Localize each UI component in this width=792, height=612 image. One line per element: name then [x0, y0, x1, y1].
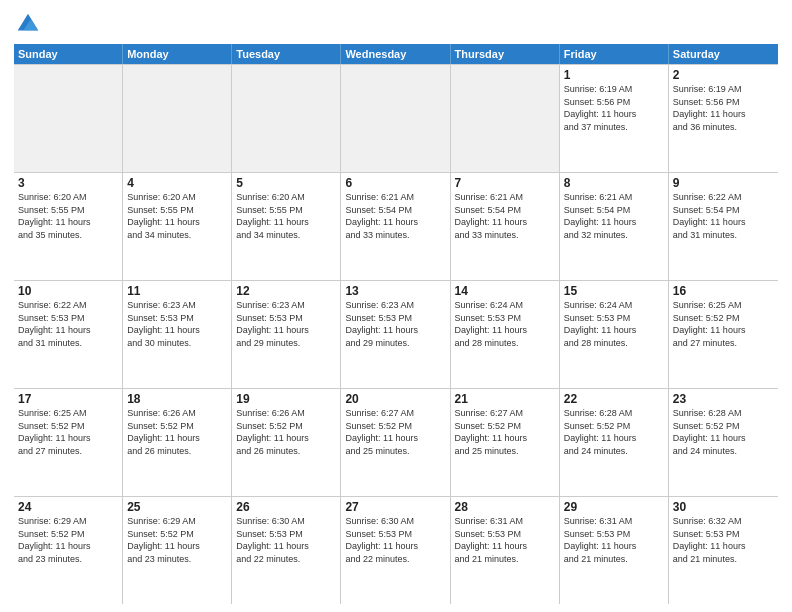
- day-info: Sunrise: 6:19 AMSunset: 5:56 PMDaylight:…: [673, 83, 774, 133]
- page: SundayMondayTuesdayWednesdayThursdayFrid…: [0, 0, 792, 612]
- header-day-sunday: Sunday: [14, 44, 123, 64]
- day-info: Sunrise: 6:20 AMSunset: 5:55 PMDaylight:…: [127, 191, 227, 241]
- day-info: Sunrise: 6:22 AMSunset: 5:54 PMDaylight:…: [673, 191, 774, 241]
- day-number: 12: [236, 284, 336, 298]
- day-number: 22: [564, 392, 664, 406]
- cal-cell-29: 29Sunrise: 6:31 AMSunset: 5:53 PMDayligh…: [560, 497, 669, 604]
- header: [14, 10, 778, 38]
- day-info: Sunrise: 6:26 AMSunset: 5:52 PMDaylight:…: [236, 407, 336, 457]
- cal-cell-6: 6Sunrise: 6:21 AMSunset: 5:54 PMDaylight…: [341, 173, 450, 280]
- day-info: Sunrise: 6:28 AMSunset: 5:52 PMDaylight:…: [564, 407, 664, 457]
- cal-cell-empty-0-1: [123, 65, 232, 172]
- cal-cell-empty-0-2: [232, 65, 341, 172]
- cal-cell-4: 4Sunrise: 6:20 AMSunset: 5:55 PMDaylight…: [123, 173, 232, 280]
- cal-cell-23: 23Sunrise: 6:28 AMSunset: 5:52 PMDayligh…: [669, 389, 778, 496]
- cal-cell-20: 20Sunrise: 6:27 AMSunset: 5:52 PMDayligh…: [341, 389, 450, 496]
- day-number: 13: [345, 284, 445, 298]
- cal-cell-10: 10Sunrise: 6:22 AMSunset: 5:53 PMDayligh…: [14, 281, 123, 388]
- header-day-thursday: Thursday: [451, 44, 560, 64]
- cal-cell-21: 21Sunrise: 6:27 AMSunset: 5:52 PMDayligh…: [451, 389, 560, 496]
- day-info: Sunrise: 6:30 AMSunset: 5:53 PMDaylight:…: [236, 515, 336, 565]
- day-number: 15: [564, 284, 664, 298]
- cal-cell-empty-0-3: [341, 65, 450, 172]
- day-number: 8: [564, 176, 664, 190]
- calendar-header: SundayMondayTuesdayWednesdayThursdayFrid…: [14, 44, 778, 64]
- day-number: 4: [127, 176, 227, 190]
- day-number: 5: [236, 176, 336, 190]
- calendar-row-0: 1Sunrise: 6:19 AMSunset: 5:56 PMDaylight…: [14, 64, 778, 172]
- cal-cell-9: 9Sunrise: 6:22 AMSunset: 5:54 PMDaylight…: [669, 173, 778, 280]
- day-info: Sunrise: 6:24 AMSunset: 5:53 PMDaylight:…: [455, 299, 555, 349]
- day-number: 26: [236, 500, 336, 514]
- calendar-row-3: 17Sunrise: 6:25 AMSunset: 5:52 PMDayligh…: [14, 388, 778, 496]
- day-info: Sunrise: 6:20 AMSunset: 5:55 PMDaylight:…: [18, 191, 118, 241]
- day-number: 11: [127, 284, 227, 298]
- day-number: 23: [673, 392, 774, 406]
- day-number: 30: [673, 500, 774, 514]
- cal-cell-30: 30Sunrise: 6:32 AMSunset: 5:53 PMDayligh…: [669, 497, 778, 604]
- header-day-wednesday: Wednesday: [341, 44, 450, 64]
- day-info: Sunrise: 6:21 AMSunset: 5:54 PMDaylight:…: [564, 191, 664, 241]
- day-info: Sunrise: 6:29 AMSunset: 5:52 PMDaylight:…: [18, 515, 118, 565]
- day-number: 14: [455, 284, 555, 298]
- day-info: Sunrise: 6:22 AMSunset: 5:53 PMDaylight:…: [18, 299, 118, 349]
- calendar-row-2: 10Sunrise: 6:22 AMSunset: 5:53 PMDayligh…: [14, 280, 778, 388]
- day-info: Sunrise: 6:28 AMSunset: 5:52 PMDaylight:…: [673, 407, 774, 457]
- day-info: Sunrise: 6:23 AMSunset: 5:53 PMDaylight:…: [236, 299, 336, 349]
- cal-cell-5: 5Sunrise: 6:20 AMSunset: 5:55 PMDaylight…: [232, 173, 341, 280]
- day-number: 16: [673, 284, 774, 298]
- header-day-friday: Friday: [560, 44, 669, 64]
- cal-cell-3: 3Sunrise: 6:20 AMSunset: 5:55 PMDaylight…: [14, 173, 123, 280]
- day-number: 2: [673, 68, 774, 82]
- day-info: Sunrise: 6:31 AMSunset: 5:53 PMDaylight:…: [564, 515, 664, 565]
- day-number: 19: [236, 392, 336, 406]
- cal-cell-7: 7Sunrise: 6:21 AMSunset: 5:54 PMDaylight…: [451, 173, 560, 280]
- cal-cell-11: 11Sunrise: 6:23 AMSunset: 5:53 PMDayligh…: [123, 281, 232, 388]
- header-day-saturday: Saturday: [669, 44, 778, 64]
- cal-cell-18: 18Sunrise: 6:26 AMSunset: 5:52 PMDayligh…: [123, 389, 232, 496]
- cal-cell-1: 1Sunrise: 6:19 AMSunset: 5:56 PMDaylight…: [560, 65, 669, 172]
- calendar-body: 1Sunrise: 6:19 AMSunset: 5:56 PMDaylight…: [14, 64, 778, 604]
- cal-cell-25: 25Sunrise: 6:29 AMSunset: 5:52 PMDayligh…: [123, 497, 232, 604]
- day-info: Sunrise: 6:24 AMSunset: 5:53 PMDaylight:…: [564, 299, 664, 349]
- day-info: Sunrise: 6:19 AMSunset: 5:56 PMDaylight:…: [564, 83, 664, 133]
- day-number: 24: [18, 500, 118, 514]
- day-number: 9: [673, 176, 774, 190]
- cal-cell-28: 28Sunrise: 6:31 AMSunset: 5:53 PMDayligh…: [451, 497, 560, 604]
- cal-cell-14: 14Sunrise: 6:24 AMSunset: 5:53 PMDayligh…: [451, 281, 560, 388]
- cal-cell-13: 13Sunrise: 6:23 AMSunset: 5:53 PMDayligh…: [341, 281, 450, 388]
- day-info: Sunrise: 6:26 AMSunset: 5:52 PMDaylight:…: [127, 407, 227, 457]
- day-number: 18: [127, 392, 227, 406]
- logo-icon: [14, 10, 42, 38]
- calendar-row-1: 3Sunrise: 6:20 AMSunset: 5:55 PMDaylight…: [14, 172, 778, 280]
- day-number: 29: [564, 500, 664, 514]
- day-info: Sunrise: 6:20 AMSunset: 5:55 PMDaylight:…: [236, 191, 336, 241]
- cal-cell-16: 16Sunrise: 6:25 AMSunset: 5:52 PMDayligh…: [669, 281, 778, 388]
- day-info: Sunrise: 6:31 AMSunset: 5:53 PMDaylight:…: [455, 515, 555, 565]
- day-info: Sunrise: 6:30 AMSunset: 5:53 PMDaylight:…: [345, 515, 445, 565]
- day-number: 6: [345, 176, 445, 190]
- day-info: Sunrise: 6:23 AMSunset: 5:53 PMDaylight:…: [127, 299, 227, 349]
- cal-cell-8: 8Sunrise: 6:21 AMSunset: 5:54 PMDaylight…: [560, 173, 669, 280]
- day-number: 20: [345, 392, 445, 406]
- cal-cell-27: 27Sunrise: 6:30 AMSunset: 5:53 PMDayligh…: [341, 497, 450, 604]
- cal-cell-24: 24Sunrise: 6:29 AMSunset: 5:52 PMDayligh…: [14, 497, 123, 604]
- day-number: 28: [455, 500, 555, 514]
- day-number: 7: [455, 176, 555, 190]
- day-info: Sunrise: 6:27 AMSunset: 5:52 PMDaylight:…: [345, 407, 445, 457]
- calendar-row-4: 24Sunrise: 6:29 AMSunset: 5:52 PMDayligh…: [14, 496, 778, 604]
- header-day-monday: Monday: [123, 44, 232, 64]
- day-info: Sunrise: 6:21 AMSunset: 5:54 PMDaylight:…: [345, 191, 445, 241]
- header-day-tuesday: Tuesday: [232, 44, 341, 64]
- day-info: Sunrise: 6:21 AMSunset: 5:54 PMDaylight:…: [455, 191, 555, 241]
- day-number: 1: [564, 68, 664, 82]
- calendar: SundayMondayTuesdayWednesdayThursdayFrid…: [14, 44, 778, 604]
- day-info: Sunrise: 6:29 AMSunset: 5:52 PMDaylight:…: [127, 515, 227, 565]
- day-number: 21: [455, 392, 555, 406]
- cal-cell-12: 12Sunrise: 6:23 AMSunset: 5:53 PMDayligh…: [232, 281, 341, 388]
- logo: [14, 10, 46, 38]
- cal-cell-15: 15Sunrise: 6:24 AMSunset: 5:53 PMDayligh…: [560, 281, 669, 388]
- day-number: 17: [18, 392, 118, 406]
- day-number: 25: [127, 500, 227, 514]
- cal-cell-19: 19Sunrise: 6:26 AMSunset: 5:52 PMDayligh…: [232, 389, 341, 496]
